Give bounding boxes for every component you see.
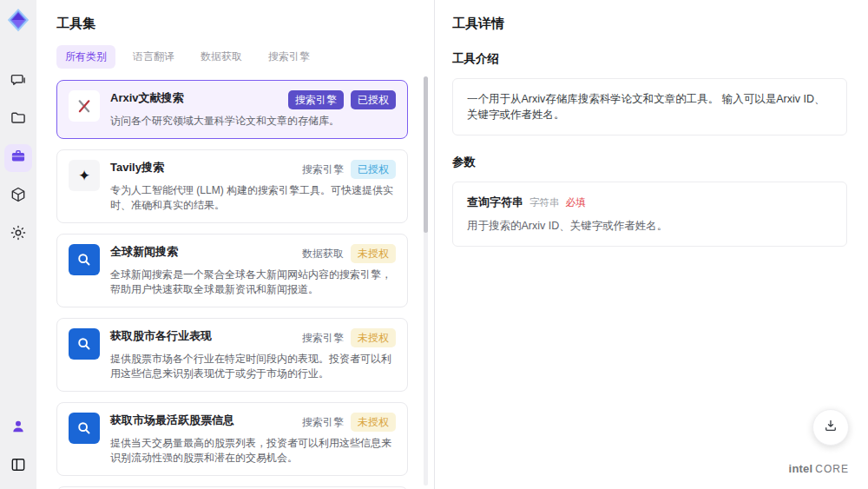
category-label: 搜索引擎 [302,415,344,430]
status-badge: 未授权 [351,244,396,263]
download-icon [823,418,838,437]
arxiv-icon [69,90,100,122]
scrollbar-thumb[interactable] [424,76,428,233]
tool-title: Tavily搜索 [110,160,164,175]
tab-search-engine[interactable]: 搜索引擎 [260,45,319,69]
tool-description: 访问各个研究领域大量科学论文和文章的存储库。 [110,114,396,129]
sidebar-item-settings[interactable] [4,221,32,248]
param-required-badge: 必填 [566,195,586,210]
sidebar-item-chat[interactable] [4,68,32,96]
sidebar-nav [4,68,32,248]
category-tabs: 所有类别 语言翻译 数据获取 搜索引擎 [56,45,418,69]
params-heading: 参数 [452,155,847,170]
tab-data-fetch[interactable]: 数据获取 [192,45,251,69]
tool-card-list: Arxiv文献搜索 搜索引擎 已授权 访问各个研究领域大量科学论文和文章的存储库… [56,80,418,489]
sidebar-item-tools[interactable] [4,144,32,172]
tool-card-active-stocks[interactable]: 获取市场最活跃股票信息 搜索引擎 未授权 提供当天交易量最高的股票列表，投资者可… [56,402,408,476]
chat-icon [10,71,27,92]
sidebar-bottom [4,414,32,480]
sidebar-item-files[interactable] [4,106,32,134]
tool-title: 全球新闻搜索 [110,244,178,260]
category-label: 数据获取 [302,247,344,261]
tab-translation[interactable]: 语言翻译 [124,45,183,69]
user-icon [10,418,27,439]
intel-core-logo: intel core [789,462,849,475]
cube-icon [10,186,27,207]
param-description: 用于搜索的Arxiv ID、关键字或作者姓名。 [467,218,832,234]
tool-card-arxiv[interactable]: Arxiv文献搜索 搜索引擎 已授权 访问各个研究领域大量科学论文和文章的存储库… [56,80,408,139]
category-label: 搜索引擎 [302,162,344,177]
tavily-star-icon: ✦ [69,160,100,191]
status-badge: 未授权 [351,328,396,347]
intro-heading: 工具介绍 [452,51,847,67]
panel-icon [10,456,27,477]
tool-description: 全球新闻搜索是一个聚合全球各大新闻网站内容的搜索引擎，帮助用户快速获取全球最新资… [110,268,396,297]
intro-box: 一个用于从Arxiv存储库搜索科学论文和文章的工具。 输入可以是Arxiv ID… [452,78,847,135]
download-button[interactable] [812,409,849,446]
tool-card-global-news[interactable]: 全球新闻搜索 数据获取 未授权 全球新闻搜索是一个聚合全球各大新闻网站内容的搜索… [56,234,408,307]
search-globe-icon [69,244,100,275]
intro-text: 一个用于从Arxiv存储库搜索科学论文和文章的工具。 输入可以是Arxiv ID… [467,93,825,121]
status-badge: 未授权 [351,413,396,432]
search-chart-icon [69,328,100,360]
tool-description: 提供股票市场各个行业在特定时间段内的表现。投资者可以利用这些信息来识别表现优于或… [110,352,396,381]
status-badge: 已授权 [351,160,396,179]
detail-title: 工具详情 [452,16,847,32]
tool-card-tavily[interactable]: ✦ Tavily搜索 搜索引擎 已授权 专为人工智能代理 (LLM) 构建的搜索… [56,149,408,223]
category-badge: 搜索引擎 [288,90,344,109]
app-window: 工具集 所有类别 语言翻译 数据获取 搜索引擎 Arxiv文献搜索 [0,0,868,489]
tool-description: 提供当天交易量最高的股票列表，投资者可以利用这些信息来识别流动性强的股票和潜在的… [110,436,396,466]
status-badge: 已授权 [351,90,396,109]
tab-all-categories[interactable]: 所有类别 [56,45,115,69]
category-label: 搜索引擎 [302,331,344,346]
tool-title: Arxiv文献搜索 [110,90,184,106]
tool-card-sector-performance[interactable]: 获取股市各行业表现 搜索引擎 未授权 提供股票市场各个行业在特定时间段内的表现。… [56,318,408,392]
list-scrollbar[interactable] [424,76,428,486]
param-box: 查询字符串 字符串 必填 用于搜索的Arxiv ID、关键字或作者姓名。 [452,182,847,247]
brand-core: core [815,463,849,475]
gem-logo-icon [5,7,31,33]
tool-title: 获取市场最活跃股票信息 [110,413,234,428]
param-name: 查询字符串 [467,195,523,210]
param-type: 字符串 [529,195,560,210]
gear-icon [10,224,27,245]
brand-intel: intel [789,462,813,475]
tool-description: 专为人工智能代理 (LLM) 构建的搜索引擎工具。可快速提供实时、准确和真实的结… [110,183,396,213]
briefcase-icon [10,148,27,169]
tool-detail-panel: 工具详情 工具介绍 一个用于从Arxiv存储库搜索科学论文和文章的工具。 输入可… [434,0,868,489]
tool-list-panel: 工具集 所有类别 语言翻译 数据获取 搜索引擎 Arxiv文献搜索 [36,0,434,489]
sidebar-item-account[interactable] [4,414,32,442]
page-title: 工具集 [56,16,418,32]
search-stock-icon [69,413,100,444]
tool-title: 获取股市各行业表现 [110,328,212,344]
sidebar [0,0,36,489]
app-logo [5,7,31,33]
sidebar-item-collapse[interactable] [4,453,32,480]
sidebar-item-packages[interactable] [4,182,32,210]
folder-icon [10,109,27,130]
